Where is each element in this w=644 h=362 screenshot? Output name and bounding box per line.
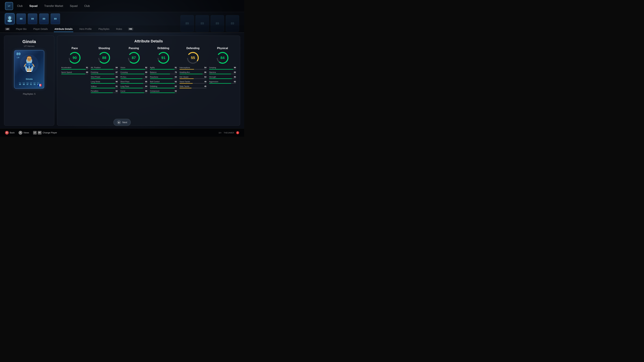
tab-hero-profile[interactable]: Hero Profile	[79, 26, 92, 32]
passing-vision-row: Vision 92	[120, 66, 147, 69]
passing-value: 87	[132, 56, 136, 60]
pace-acceleration-row: Acceleration 91	[61, 66, 88, 69]
fifa-card: 89 LM 7	[14, 50, 44, 89]
player-flag	[38, 84, 42, 86]
passing-gauge: 87	[127, 51, 140, 64]
drib-reactions-row: Reactions 84	[150, 76, 177, 79]
drib-composure-row: Composure 92	[150, 90, 177, 93]
attr-column-passing: Passing 87 Vision 92	[120, 47, 147, 95]
svg-text:7: 7	[29, 64, 30, 65]
player-panel: Ginola UT Heroes 89 LM	[4, 35, 54, 126]
nav-club[interactable]: Club	[16, 4, 24, 8]
brand-label: THEGAMER	[224, 132, 234, 134]
attr-column-dribbling: Dribbling 91 Agility 91	[150, 47, 177, 95]
svg-point-1	[8, 19, 12, 22]
card-player-name: Ginola	[14, 78, 44, 80]
change-player-label: Change Player	[42, 131, 57, 134]
svg-rect-15	[40, 84, 40, 86]
nav-transfer-market[interactable]: Transfer Market	[43, 4, 64, 8]
pace-value: 90	[72, 56, 77, 60]
card-stat-pas: PAS 87	[26, 82, 29, 85]
rt-badge: RT	[38, 131, 42, 135]
player-avatar-thumb	[6, 15, 13, 22]
def-stand-tackle-row: Stand Tackle 49	[180, 81, 206, 84]
bottom-controls-right: 10+ THEGAMER 1	[218, 131, 239, 134]
tab-playstyles[interactable]: PlayStyles	[98, 26, 110, 32]
views-label: Views	[23, 131, 29, 134]
main-content: Ginola UT Heroes 89 LM	[0, 33, 244, 128]
nav-squad[interactable]: Squad	[28, 4, 39, 8]
pace-gauge: 90	[68, 51, 81, 64]
svg-point-6	[30, 58, 30, 59]
tab-player-bio[interactable]: Player Bio	[15, 26, 27, 32]
passing-crossing-row: Crossing 89	[120, 71, 147, 74]
next-button[interactable]: ▶ Next	[114, 119, 131, 126]
phy-stamina-row: Stamina 82	[209, 71, 236, 74]
physical-gauge: 84	[216, 51, 229, 64]
card-rating-4: 89	[42, 17, 45, 20]
shooting-value: 88	[102, 56, 106, 60]
svg-rect-13	[29, 72, 32, 73]
next-label: Next	[122, 121, 127, 124]
pace-sprint-row: Sprint Speed 89	[61, 71, 88, 74]
tab-attribute-details[interactable]: Attribute Details	[54, 26, 73, 32]
def-heading-acc-row: Heading Acc. 86	[180, 71, 206, 74]
tab-player-details[interactable]: Player Details	[32, 26, 48, 32]
card-position: LM	[17, 56, 19, 58]
lt-badge: LT	[33, 131, 36, 135]
shooting-shot-power-row: Shot Power 89	[91, 76, 118, 79]
shooting-volleys-row: Volleys 91	[91, 85, 118, 88]
attributes-columns: Pace 90 Acceleration 91	[61, 47, 236, 95]
attributes-title: Attribute Details	[61, 39, 236, 43]
card-rating-5: 89	[54, 17, 57, 20]
physical-value: 84	[220, 56, 224, 60]
nav-squad2[interactable]: Squad	[68, 4, 79, 8]
bottom-control-bar: B Back R Views LT RT Change Player 10+ T…	[0, 128, 244, 137]
def-interceptions-row: Interceptions 54	[180, 66, 206, 69]
attr-column-shooting: Shooting 88 Att. Position 84	[91, 47, 118, 95]
views-control: R Views	[18, 131, 29, 135]
playstyles-count: PlayStyles: 5	[23, 93, 36, 95]
nav-links: Club Squad Transfer Market Squad Club	[16, 4, 239, 8]
player-name: Ginola	[22, 39, 36, 44]
def-slide-tackle-row: Slide Tackle 45	[180, 85, 206, 88]
top-navigation: U7 Club Squad Transfer Market Squad Club	[0, 0, 244, 12]
shooting-gauge: 88	[98, 51, 111, 64]
card-stats-row: PAC 90 SHO 88 PAS 87 DRI 91 DEF 55	[19, 82, 40, 85]
left-trigger-badge: LB	[5, 28, 10, 30]
player-illustration: 7	[19, 54, 39, 74]
svg-rect-16	[40, 84, 42, 86]
card-rating-2: 89	[20, 17, 22, 20]
change-player-control: LT RT Change Player	[33, 131, 57, 135]
bottom-controls-left: B Back R Views LT RT Change Player	[5, 131, 57, 135]
svg-point-4	[27, 56, 32, 61]
card-stat-pac: PAC 90	[19, 82, 21, 85]
passing-fk-acc-row: FK Acc. 82	[120, 76, 147, 79]
card-stat-dri: DRI 91	[30, 82, 32, 85]
player-card-thumb-2[interactable]: 89	[16, 13, 26, 24]
nav-club2[interactable]: Club	[83, 4, 91, 8]
def-aware-row: Def. Aware 53	[180, 76, 206, 79]
shooting-att-pos-row: Att. Position 84	[91, 66, 118, 69]
player-card-thumb-5[interactable]: 89	[51, 13, 60, 24]
passing-curve-row: Curve 88	[120, 90, 147, 93]
attr-column-defending: Defending 55 Interceptions 54	[180, 47, 206, 95]
r-badge: R	[18, 131, 22, 135]
tab-roles[interactable]: Roles	[116, 26, 123, 32]
svg-point-5	[28, 58, 29, 59]
passing-long-pass-row: Long Pass 84	[120, 85, 147, 88]
right-trigger-badge: RB	[128, 28, 133, 30]
attr-column-physical: Physical 84 Jumping 90	[209, 47, 236, 95]
shooting-penalties-row: Penalties 82	[91, 90, 118, 93]
cards-strip: 89 89 89 89	[0, 12, 244, 25]
notification-badge: 1	[236, 131, 239, 134]
defending-gauge: 55	[186, 51, 200, 64]
player-card-thumb-4[interactable]: 89	[39, 13, 49, 24]
drib-ball-control-row: Ball Control 92	[150, 81, 177, 84]
b-badge: B	[5, 131, 9, 135]
player-card-thumb-active[interactable]	[5, 13, 14, 24]
back-label: Back	[10, 131, 14, 134]
player-card-thumb-3[interactable]: 89	[28, 13, 37, 24]
card-stat-sho: SHO 88	[22, 82, 25, 85]
card-stat-def: DEF 55	[33, 82, 36, 85]
